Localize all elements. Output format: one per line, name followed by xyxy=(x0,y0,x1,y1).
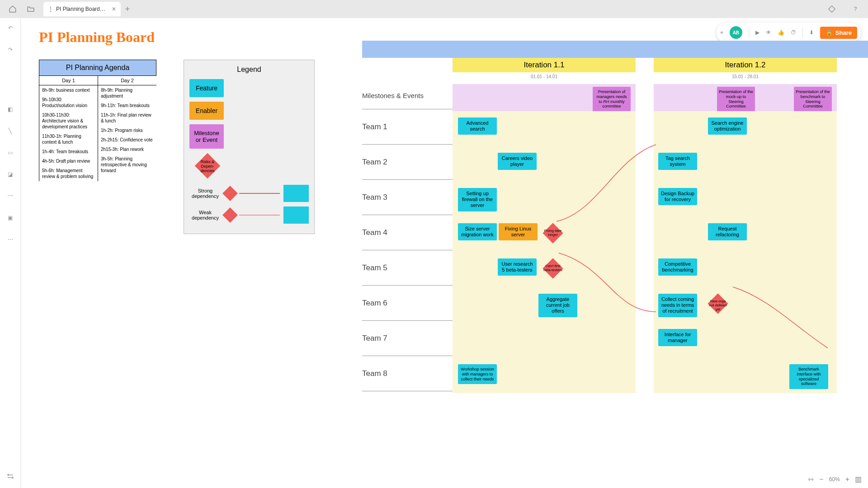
team-row: Workshop session with managers to collec… xyxy=(453,358,636,393)
tab-title: PI Planning Board… xyxy=(56,6,105,12)
team-row: Competitive benchmarking xyxy=(654,252,837,287)
diamond-icon[interactable] xyxy=(826,3,838,15)
team-label: Team 3 xyxy=(362,180,453,215)
feature-card[interactable]: Competitive benchmarking xyxy=(658,258,697,276)
text-icon[interactable]: ▭ xyxy=(5,147,16,158)
feature-card[interactable]: User research 5 beta-testers xyxy=(498,258,537,276)
feature-card[interactable]: Request refactoring xyxy=(708,223,747,240)
tab-menu-icon[interactable]: ⋮ xyxy=(48,6,53,12)
note-icon[interactable]: ◪ xyxy=(5,169,16,180)
iteration-column: Iteration 1.101.01 - 14.01Presentation o… xyxy=(453,58,636,393)
feature-card[interactable]: Setting up firewall on the server xyxy=(458,188,497,211)
legend-risk: Risks & Depen-dencies xyxy=(195,153,220,178)
add-tab-button[interactable]: + xyxy=(125,5,130,14)
agenda-item: 11h-1h: Final plan review & lunch xyxy=(98,110,156,126)
canvas[interactable]: PI Planning Board PI Planning Agenda Day… xyxy=(21,18,868,488)
iteration-header: Iteration 1.2 xyxy=(654,58,837,72)
agenda-item: 1h-4h: Team breakouts xyxy=(39,147,98,156)
team-label: Team 4 xyxy=(362,215,453,250)
agenda-item: 2h15-3h: Plan rework xyxy=(98,145,156,154)
feature-card[interactable]: Benchmark interface with specialized sof… xyxy=(789,364,828,389)
iteration-column: Iteration 1.215.01 - 28.01Presentation o… xyxy=(654,58,837,393)
agenda-item: 4h-5h: Draft plan review xyxy=(39,156,98,166)
team-row: Tag search system xyxy=(654,146,837,182)
agenda-day1-header: Day 1 xyxy=(39,76,98,85)
minimap-icon[interactable]: ▥ xyxy=(855,475,862,483)
svg-point-0 xyxy=(8,474,9,476)
zoom-out-button[interactable]: − xyxy=(819,475,823,483)
help-icon[interactable]: ? xyxy=(849,3,862,15)
team-label: Team 7 xyxy=(362,321,453,356)
team-row: Request refactoring xyxy=(654,217,837,252)
team-row: Design Backup for recovery xyxy=(654,182,837,217)
tool-sidebar: ↶ ↷ ◧ ╲ ▭ ◪ 〰 ▣ ⋯ xyxy=(0,18,21,488)
more-icon[interactable]: ⋯ xyxy=(5,234,16,245)
fit-icon[interactable]: ⇿ xyxy=(808,475,814,483)
legend-milestone: Milestone or Event xyxy=(189,124,224,149)
milestone-card[interactable]: Presentation of managers needs to RH mon… xyxy=(593,87,631,112)
team-row: Setting up firewall on the server xyxy=(453,182,636,217)
feature-card[interactable]: Careers video player xyxy=(498,153,537,170)
team-row: Search engine optimization xyxy=(654,111,837,146)
team-label: Team 2 xyxy=(362,145,453,180)
zoom-controls: ⇿ − 60% + ▥ xyxy=(808,475,862,483)
folder-icon[interactable] xyxy=(24,3,37,15)
home-icon[interactable] xyxy=(6,3,19,15)
zoom-in-button[interactable]: + xyxy=(845,475,849,483)
team-row: Size server migration workFixing Linus s… xyxy=(453,217,636,252)
agenda-day2-header: Day 2 xyxy=(98,76,156,85)
page-title: PI Planning Board xyxy=(39,29,155,46)
legend-feature: Feature xyxy=(189,79,224,97)
feature-card[interactable]: Size server migration work xyxy=(458,223,497,240)
pen-icon[interactable]: 〰 xyxy=(5,191,16,202)
agenda-item: 9h-11h: Team breakouts xyxy=(98,101,156,110)
top-bar: ⋮ PI Planning Board… ✕ + ? xyxy=(0,0,868,18)
legend-enabler: Enabler xyxy=(189,102,224,120)
team-label: Team 5 xyxy=(362,250,453,286)
iteration-dates: 01.01 - 14.01 xyxy=(453,72,636,84)
feature-card[interactable]: Search engine optimization xyxy=(708,117,747,135)
milestone-card[interactable]: Presentation of the benchmark to Steerin… xyxy=(794,87,832,112)
agenda-title: PI Planning Agenda xyxy=(39,60,156,76)
agenda-item: 5h-6h: Management review & problem soliv… xyxy=(39,166,98,181)
feature-card[interactable]: Aggregate current job offers xyxy=(538,294,577,317)
milestone-row: Presentation of the mock-up to Steering … xyxy=(654,84,837,111)
row-milestones-label: Milestones & Events xyxy=(362,82,453,109)
risk-card[interactable]: Can't find beta-testers xyxy=(543,258,563,278)
agenda-item: 9h-10h30: Product/solution vision xyxy=(39,95,98,110)
agenda-item: 1h-2h: Program risks xyxy=(98,126,156,135)
settings-icon[interactable] xyxy=(5,471,16,482)
feature-card[interactable]: Fixing Linus server xyxy=(499,223,538,240)
feature-card[interactable]: Design Backup for recovery xyxy=(658,188,697,205)
feature-card[interactable]: Workshop session with managers to collec… xyxy=(458,364,497,384)
risk-card[interactable]: New orga not defined yet xyxy=(708,294,728,314)
team-row: Aggregate current job offers xyxy=(453,287,636,323)
team-label: Team 1 xyxy=(362,109,453,145)
agenda-item: 8h-9h: business context xyxy=(39,85,98,95)
zoom-level: 60% xyxy=(829,476,840,483)
legend-panel: Legend Feature Enabler Milestone or Even… xyxy=(184,60,315,234)
planning-board: Milestones & Events Team 1Team 2Team 3Te… xyxy=(362,41,868,393)
feature-card[interactable]: Interface for manager xyxy=(658,329,697,346)
milestone-card[interactable]: Presentation of the mock-up to Steering … xyxy=(717,87,755,112)
undo-icon[interactable]: ↶ xyxy=(5,23,16,33)
feature-card[interactable]: Advanced search xyxy=(458,117,497,135)
redo-icon[interactable]: ↷ xyxy=(5,44,16,55)
agenda-panel: PI Planning Agenda Day 1 8h-9h: business… xyxy=(39,60,156,181)
image-icon[interactable]: ▣ xyxy=(5,212,16,223)
line-icon[interactable]: ╲ xyxy=(5,126,16,136)
close-icon[interactable]: ✕ xyxy=(112,6,116,12)
team-row: Interface for manager xyxy=(654,323,837,358)
agenda-item: 11h30-1h: Planning context & lunch xyxy=(39,131,98,147)
team-row: Collect coming needs in terms of recruit… xyxy=(654,287,837,323)
feature-card[interactable]: Tag search system xyxy=(658,153,697,170)
agenda-item: 8h-9h: Planning adjustment xyxy=(98,85,156,101)
iteration-header: Iteration 1.1 xyxy=(453,58,636,72)
legend-weak-dep: Weak dependency xyxy=(189,206,309,224)
feature-card[interactable]: Collect coming needs in terms of recruit… xyxy=(658,294,697,317)
tab-board[interactable]: ⋮ PI Planning Board… ✕ xyxy=(43,2,121,16)
legend-strong-dep: Strong dependency xyxy=(189,185,309,202)
risk-card[interactable]: Fixing take longer xyxy=(543,223,563,243)
iteration-dates: 15.01 - 28.01 xyxy=(654,72,837,84)
shapes-icon[interactable]: ◧ xyxy=(5,104,16,115)
